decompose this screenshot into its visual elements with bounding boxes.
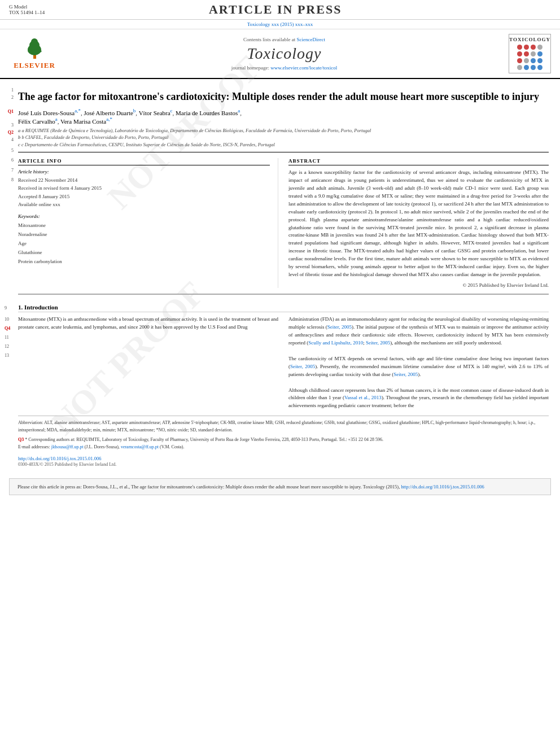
- author-6: Vera Marisa Costa: [60, 118, 106, 125]
- dot-15: [537, 65, 542, 70]
- citation-doi-link[interactable]: http://dx.doi.org/10.1016/j.tox.2015.01.…: [401, 484, 484, 490]
- article-history: Article history: Received 22 November 20…: [18, 169, 270, 209]
- scully-link[interactable]: Scully and Lipshultz, 2010: [308, 340, 363, 346]
- intro-section: 9 10 Q4 11 12 13 1. Introduction Mitoxan…: [18, 304, 549, 410]
- email-footnote: E-mail addresses: jldsousa@ff.up.pt (J.L…: [18, 444, 549, 451]
- section-divider: [18, 294, 549, 295]
- authors-line: José Luís Dores-Sousaa,*, José Alberto D…: [18, 108, 549, 124]
- history-label: Article history:: [18, 169, 270, 174]
- intro-right-text: Administration (FDA) as an immunomodulat…: [288, 316, 549, 410]
- dot-7: [537, 51, 542, 56]
- q3-badge: Q3: [18, 437, 24, 442]
- abstract-copyright: © 2015 Published by Elsevier Ireland Ltd…: [288, 282, 549, 288]
- page: NOT PROOF NOT PROOF G Model TOX 51494 1–…: [0, 0, 560, 747]
- top-bar: G Model TOX 51494 1–14 ARTICLE IN PRESS: [0, 0, 560, 20]
- abbreviations-footnote: Abbreviation: ALT, alanine aminotransfer…: [18, 420, 549, 434]
- email1-link[interactable]: jldsousa@ff.up.pt: [51, 444, 84, 449]
- keyword-2: Noradrenaline: [18, 230, 270, 239]
- author-3: Vítor Seabra: [139, 110, 170, 116]
- keyword-3: Age: [18, 239, 270, 248]
- keyword-1: Mitoxantrone: [18, 221, 270, 230]
- footnote-area: Abbreviation: ALT, alanine aminotransfer…: [18, 416, 549, 451]
- main-content: 1 2 Q1 3 Q2 4 5 6 7 8 The age factor for…: [0, 79, 560, 473]
- svg-point-3: [31, 38, 38, 45]
- q3-corresponding: Q3 * Corresponding authors at: REQUIMTE,…: [18, 436, 549, 444]
- dot-1: [524, 45, 529, 50]
- revised-date: Received in revised form 4 January 2015: [18, 184, 270, 192]
- dot-3: [537, 45, 542, 50]
- citation-box: Please cite this article in press as: Do…: [9, 478, 551, 496]
- bottom-links: http://dx.doi.org/10.1016/j.tox.2015.01.…: [18, 456, 549, 467]
- available-date: Available online xxx: [18, 200, 270, 208]
- dot-11: [537, 58, 542, 63]
- contents-line: Contents lists available at ScienceDirec…: [243, 37, 325, 42]
- dot-10: [531, 58, 536, 63]
- keyword-5: Protein carbonylation: [18, 257, 270, 266]
- abstract-column: ABSTRACT Age is a known susceptibility f…: [288, 158, 549, 288]
- seiter-2005-link-3[interactable]: Seiter, 2005: [290, 364, 315, 369]
- keywords-list: Mitoxantrone Noradrenaline Age Glutathio…: [18, 221, 270, 267]
- dot-6: [531, 51, 536, 56]
- toxicology-logo-box: TOXICOLOGY: [509, 34, 551, 73]
- article-in-press-banner: ARTICLE IN PRESS: [45, 2, 506, 17]
- vassal-link[interactable]: Vassal et al., 2013: [344, 395, 382, 400]
- seiter-2005-link-2[interactable]: Seiter, 2005: [366, 340, 390, 346]
- author-1: José Luís Dores-Sousa: [18, 110, 75, 116]
- doi-bottom-link[interactable]: http://dx.doi.org/10.1016/j.tox.2015.01.…: [18, 456, 101, 461]
- dot-14: [531, 65, 536, 70]
- elsevier-label: ELSEVIER: [14, 61, 55, 70]
- line-numbers: 1 2 Q1 3 Q2 4 5 6 7 8: [3, 79, 14, 183]
- accepted-date: Accepted 8 January 2015: [18, 193, 270, 200]
- article-info-label: ARTICLE INFO: [18, 158, 270, 165]
- intro-left-text: Mitoxantrone (MTX) is an anthracenedione…: [18, 316, 278, 410]
- journal-center: Contents lists available at ScienceDirec…: [67, 34, 502, 73]
- dot-4: [517, 51, 522, 56]
- dot-9: [524, 58, 529, 63]
- article-title-section: The age factor for mitoxantrone's cardio…: [18, 85, 549, 152]
- keywords-section: Keywords: Mitoxantrone Noradrenaline Age…: [18, 213, 270, 267]
- article-main-title: The age factor for mitoxantrone's cardio…: [18, 90, 549, 103]
- elsevier-logo: ELSEVIER: [9, 34, 60, 73]
- received-date: Received 22 November 2014: [18, 176, 270, 184]
- abstract-label: ABSTRACT: [288, 158, 549, 165]
- doi-header-line: Toxicology xxx (2015) xxx–xxx: [0, 20, 560, 29]
- intro-heading: 1. Introduction: [18, 304, 549, 312]
- dot-5: [524, 51, 529, 56]
- dot-8: [517, 58, 522, 63]
- dot-2: [531, 45, 536, 50]
- journal-header: ELSEVIER Contents lists available at Sci…: [0, 29, 560, 79]
- journal-homepage-link[interactable]: www.elsevier.com/locate/toxicol: [270, 65, 337, 71]
- doi-header-link[interactable]: Toxicology xxx (2015) xxx–xxx: [247, 21, 313, 27]
- tox-logo-title: TOXICOLOGY: [509, 37, 550, 42]
- seiter-2005-link-4[interactable]: Seiter, 2005: [393, 372, 418, 377]
- author-5: Félix Carvalho: [18, 118, 55, 125]
- dot-12: [517, 65, 522, 70]
- info-abstract-columns: ARTICLE INFO Article history: Received 2…: [18, 158, 549, 288]
- dot-13: [524, 65, 529, 70]
- keyword-4: Glutathione: [18, 248, 270, 257]
- science-direct-link[interactable]: ScienceDirect: [297, 37, 325, 42]
- email2-link[interactable]: veramcosta@ff.up.pt: [121, 444, 159, 449]
- dot-0: [517, 45, 522, 50]
- seiter-2005-link-1[interactable]: Seiter, 2005: [327, 324, 352, 330]
- license-text: 0300-483X/© 2015 Published by Elsevier I…: [18, 462, 116, 467]
- author-4: Maria de Lourdes Bastos: [176, 110, 238, 116]
- elsevier-tree-icon: [19, 37, 50, 60]
- affiliations: a a REQUIMTE (Rede de Química e Tecnolog…: [18, 127, 549, 148]
- journal-title: Toxicology: [247, 45, 322, 63]
- tox-dots-grid: [517, 45, 543, 71]
- g-model-label: G Model TOX 51494 1–14: [9, 4, 45, 15]
- author-2: José Alberto Duarte: [84, 110, 133, 116]
- journal-homepage: journal homepage: www.elsevier.com/locat…: [231, 65, 337, 71]
- abstract-text: Age is a known susceptibility factor for…: [288, 169, 549, 279]
- keywords-label: Keywords:: [18, 213, 270, 219]
- article-info-column: ARTICLE INFO Article history: Received 2…: [18, 158, 278, 288]
- intro-two-col: Mitoxantrone (MTX) is an anthracenedione…: [18, 316, 549, 410]
